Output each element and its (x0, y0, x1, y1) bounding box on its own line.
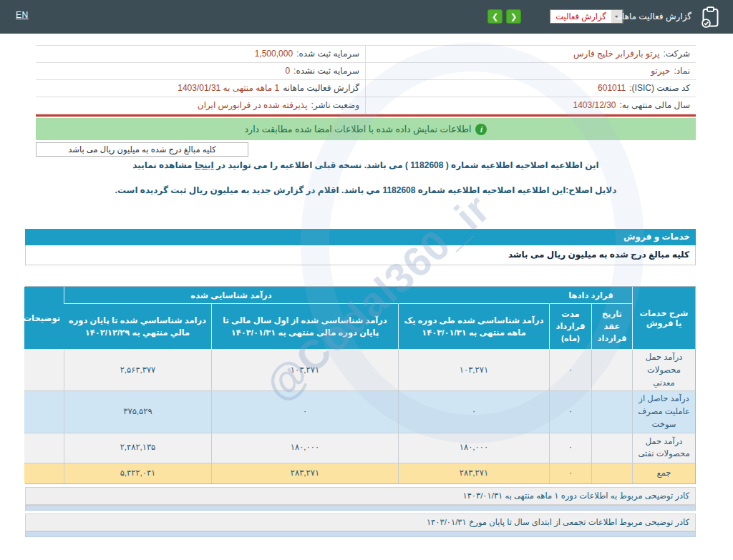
clipboard-check-icon (701, 6, 720, 31)
company-value: پرتو بارفرابر خلیج فارس (573, 49, 660, 59)
table-row-oil-transport: درآمد حمل محصولات نفتی ۰ ۱۸۰,۰۰۰ ۱۸۰,۰۰۰… (24, 433, 695, 463)
report-period-value: 1 ماهه منتهی به 1403/01/31 (178, 83, 279, 93)
nav-previous-button[interactable]: ❮ (487, 9, 503, 24)
cell-revenue-prev-year: ۲,۵۶۴,۳۷۷ (64, 350, 211, 391)
symbol-label: نماد: (674, 66, 690, 76)
table-row-fuel-agency: درآمد حاصل از عاملیت مصرف سوخت ۰ ۰ ۰ ۳۷۵… (24, 391, 695, 433)
cell-revenue-ytd: ۲۸۳,۲۷۱ (211, 463, 398, 483)
col-header-contract-date: تاریخ عقد قرارداد (591, 304, 632, 350)
cell-revenue-prev-year: ۳۷۵,۵۲۹ (64, 391, 211, 433)
table-row-mineral-transport: درآمد حمل محصولات معدني ۰ ۱۰۳,۲۷۱ ۱۰۳,۲۷… (24, 350, 695, 391)
previous-version-link[interactable]: اینجا (195, 160, 214, 170)
cell-notes (24, 350, 64, 391)
issuer-info-table: شرکت:پرتو بارفرابر خلیج فارس سرمایه ثبت … (36, 45, 696, 114)
cell-revenue-month: ۲۸۳,۲۷۱ (398, 463, 549, 483)
cell-revenue-prev-year: ۲,۴۸۲,۱۳۵ (64, 433, 211, 463)
million-rial-note-box: کلیه مبالغ درج شده به میلیون ریال می باش… (36, 142, 248, 157)
fiscal-year-label: سال مالی منتهی به: (620, 100, 690, 110)
cell-revenue-ytd: ۱۰۳,۲۷۱ (211, 350, 398, 391)
info-row: شرکت:پرتو بارفرابر خلیج فارس سرمایه ثبت … (36, 46, 696, 63)
page: EN ❮ ❯ ▼ گزارش فعالیت گزارش فعالیت ماهان… (0, 0, 733, 560)
signature-match-banner: i اطلاعات نمایش داده شده با اطلاعات امضا… (36, 118, 696, 140)
cell-description: درآمد حاصل از عاملیت مصرف سوخت (632, 391, 695, 433)
table-row-total: جمع ۰ ۲۸۳,۲۷۱ ۲۸۳,۲۷۱ ۵,۴۲۲,۰۴۱ (24, 463, 695, 483)
col-header-revenue-ytd: درآمد شناساسی شده از اول سال مالی تا پای… (211, 304, 398, 350)
cumulative-comment-box-header: کادر توضیحی مربوط اطلاعات تجمعی از ابتدا… (25, 514, 696, 531)
cell-duration: ۰ (549, 350, 591, 391)
report-title: گزارش فعالیت ماهانه (615, 11, 691, 21)
cell-description: درآمد حمل محصولات معدني (632, 350, 695, 391)
info-icon: i (475, 124, 487, 135)
cell-revenue-ytd: ۱۸۰,۰۰۰ (211, 433, 398, 463)
col-header-revenue-prev-year: درامد شناساسي شده تا پايان دوره مالي منت… (64, 304, 211, 350)
top-bar: EN ❮ ❯ ▼ گزارش فعالیت گزارش فعالیت ماهان… (0, 0, 733, 34)
period-comment-box-body (25, 505, 696, 511)
cell-revenue-month: ۱۰۳,۲۷۱ (398, 350, 549, 391)
cell-revenue-prev-year: ۵,۴۲۲,۰۴۱ (64, 463, 211, 483)
registered-capital-value: 1,500,000 (255, 49, 293, 59)
cell-total-label: جمع (632, 463, 695, 483)
info-row: نماد:حپرتو سرمایه ثبت نشده:0 (36, 63, 696, 80)
cell-description: درآمد حمل محصولات نفتی (632, 433, 695, 463)
cell-notes (24, 391, 64, 433)
isic-code-value: 601011 (598, 83, 626, 93)
group-header-spacer (398, 287, 549, 304)
amendment-notice-line2: دلایل اصلاح:این اطلاعیه اصلاحیه اطلاعیه … (36, 185, 696, 195)
report-nav-buttons: ❮ ❯ (487, 9, 521, 24)
cell-duration: ۰ (549, 463, 591, 483)
cumulative-comment-box-body (25, 531, 696, 537)
group-header-recognized-revenue: درآمد شناسایی شده (64, 287, 398, 304)
cell-duration: ۰ (549, 391, 591, 433)
amendment-notice-line1: این اطلاعیه اصلاحیه اطلاعیه شماره ( 1182… (36, 160, 696, 170)
symbol-value: حپرتو (651, 66, 670, 76)
cell-contract-date (591, 350, 632, 391)
cell-notes (24, 433, 64, 463)
cell-revenue-ytd: ۰ (211, 391, 398, 433)
fiscal-year-value: 1403/12/30 (573, 100, 616, 110)
language-toggle-en[interactable]: EN (16, 10, 29, 20)
services-sales-table: شرح خدمات یا فروش قرارد دادها درآمد شناس… (25, 286, 696, 484)
section-million-rial-note: کلیه مبالغ درج شده به میلیون ریال می باش… (25, 245, 696, 265)
group-header-contracts: قرارد دادها (549, 287, 632, 304)
issuer-status-label: وضعیت ناشر: (311, 100, 359, 110)
col-header-description: شرح خدمات یا فروش (632, 287, 695, 350)
cell-revenue-month: ۱۸۰,۰۰۰ (398, 433, 549, 463)
info-row: کد صنعت (ISIC):601011 گزارش فعالیت ماهان… (36, 80, 696, 97)
cell-contract-date (591, 433, 632, 463)
cell-revenue-month: ۰ (398, 391, 549, 433)
report-type-select[interactable]: ▼ گزارش فعالیت (550, 9, 623, 24)
unregistered-capital-label: سرمایه ثبت نشده: (293, 66, 359, 76)
col-header-contract-duration: مدت قرارداد (ماه) (549, 304, 591, 350)
registered-capital-label: سرمایه ثبت شده: (296, 49, 359, 59)
section-title-services-sales: خدمات و فروش (25, 229, 696, 245)
cell-contract-date (591, 391, 632, 433)
report-type-select-value: گزارش فعالیت (550, 11, 611, 21)
report-period-label: گزارش فعالیت ماهانه (283, 83, 359, 93)
col-header-revenue-month: درآمد شناساسی شده طی دوره یک ماهه منتهی … (398, 304, 549, 350)
period-comment-box-header: کادر توضیحی مربوط به اطلاعات دوره ۱ ماهه… (25, 487, 696, 505)
issuer-status-value: پذیرفته شده در فرابورس ایران (198, 100, 308, 110)
cell-duration: ۰ (549, 433, 591, 463)
nav-next-button[interactable]: ❯ (506, 9, 521, 24)
red-divider (36, 114, 696, 117)
cell-contract-date (591, 463, 632, 483)
signature-match-text: اطلاعات نمایش داده شده با اطلاعات امضا ش… (245, 124, 472, 134)
company-label: شرکت: (663, 49, 690, 59)
isic-code-label: کد صنعت (ISIC): (629, 83, 690, 93)
info-row: سال مالی منتهی به:1403/12/30 وضعیت ناشر:… (36, 97, 696, 114)
col-header-notes: توضیحات (24, 287, 64, 350)
cell-notes (24, 463, 64, 483)
unregistered-capital-value: 0 (285, 66, 290, 76)
